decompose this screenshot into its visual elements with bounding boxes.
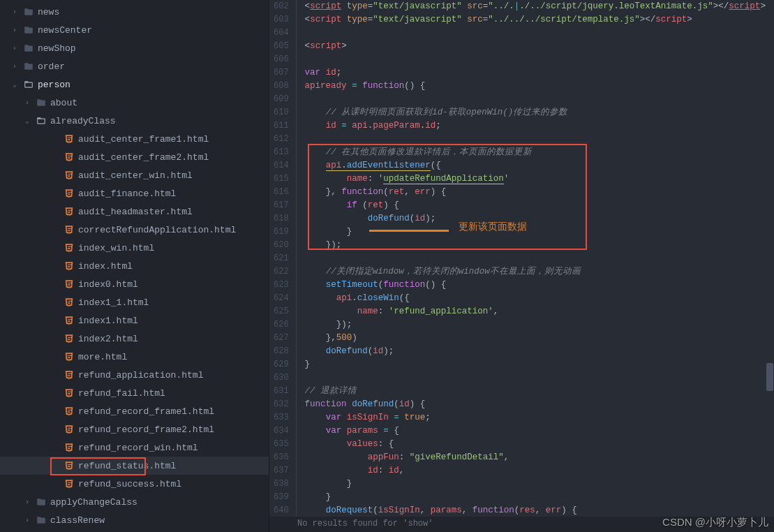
line-number-gutter: 6026036046056066076086096106116126136146… [269,0,297,532]
file-audit_finance[interactable]: audit_finance.html [0,184,269,202]
folder-applyChangeCalss[interactable]: applyChangeCalss [0,493,269,511]
code-line[interactable]: }, function(ret, err) { [305,186,774,199]
code-line[interactable] [305,53,774,66]
code-line[interactable]: }); [305,318,774,332]
code-line[interactable]: id: id, [305,464,774,478]
file-index1[interactable]: index1.html [0,311,269,330]
file-refund_status[interactable]: refund_status.html [0,457,269,475]
chevron-icon [13,8,22,16]
tree-item-label: audit_center_win.html [78,170,193,181]
code-line[interactable]: api.addEventListener({ [305,159,774,172]
code-line[interactable] [305,371,774,385]
code-line[interactable]: <script type="text/javascript" src="../.… [305,0,774,13]
code-line[interactable]: } [305,358,774,371]
file-correctRefundApplication[interactable]: correctRefundApplication.html [0,221,269,239]
editor-scrollbar[interactable] [766,0,774,532]
file-refund_success[interactable]: refund_success.html [0,475,269,493]
code-line[interactable] [305,93,774,106]
file-audit_center_frame1[interactable]: audit_center_frame1.html [0,130,269,148]
code-line[interactable]: } [305,226,774,239]
line-number: 612 [274,133,289,146]
code-line[interactable]: name: 'updateRefundApplication' [305,172,774,186]
code-line[interactable] [305,27,774,40]
code-line[interactable]: } [305,491,774,504]
html-file-icon [63,352,75,362]
chevron-icon [13,63,22,71]
html-file-icon [63,207,75,216]
code-line[interactable]: api.closeWin({ [305,292,774,305]
file-index_win[interactable]: index_win.html [0,239,269,257]
code-line[interactable]: // 在其他页面修改退款详情后，本页面的数据更新 [305,146,774,159]
file-audit_center_win[interactable]: audit_center_win.html [0,166,269,184]
html-file-icon [63,134,75,144]
tree-item-label: audit_center_frame1.html [78,134,209,145]
file-audit_center_frame2[interactable]: audit_center_frame2.html [0,148,269,166]
line-number: 626 [274,318,289,332]
code-line[interactable]: var isSignIn = true; [305,411,774,424]
code-line[interactable]: name: 'refund_application', [305,305,774,318]
code-line[interactable]: // 退款详情 [305,385,774,398]
code-line[interactable]: apiready = function() { [305,80,774,93]
html-file-icon [63,443,75,452]
code-line[interactable]: function doRefund(id) { [305,398,774,411]
folder-news[interactable]: news [0,3,269,21]
code-line[interactable]: var params = { [305,424,774,438]
file-index0[interactable]: index0.html [0,275,269,293]
file-audit_headmaster[interactable]: audit_headmaster.html [0,202,269,221]
chevron-icon [25,117,35,125]
line-number: 605 [274,40,289,53]
code-editor[interactable]: 6026036046056066076086096106116126136146… [269,0,774,532]
folder-newShop[interactable]: newShop [0,39,269,57]
tree-item-label: news [38,7,59,17]
file-refund_fail[interactable]: refund_fail.html [0,384,269,402]
file-refund_record_frame2[interactable]: refund_record_frame2.html [0,420,269,438]
code-line[interactable]: doRefund(id); [305,345,774,358]
line-number: 637 [274,464,289,478]
folder-about[interactable]: about [0,94,269,112]
code-line[interactable]: values: { [305,438,774,451]
code-line[interactable]: var id; [305,66,774,80]
file-refund_application[interactable]: refund_application.html [0,366,269,384]
chevron-icon [25,99,35,107]
line-number: 613 [274,146,289,159]
line-number: 624 [274,292,289,305]
folder-icon [22,61,35,71]
code-line[interactable]: // 从课时明细页面获取到id-获取openWin()传过来的参数 [305,106,774,119]
code-line[interactable]: id = api.pageParam.id; [305,119,774,133]
code-line[interactable]: },500) [305,332,774,345]
code-line[interactable]: //关闭指定window，若待关闭的window不在最上面，则无动画 [305,265,774,279]
line-number: 611 [274,119,289,133]
line-number: 621 [274,252,289,265]
code-line[interactable]: }); [305,239,774,252]
file-more[interactable]: more.html [0,348,269,366]
code-line[interactable] [305,252,774,265]
code-line[interactable]: } [305,478,774,491]
file-index1_1[interactable]: index1_1.html [0,293,269,311]
folder-newsCenter[interactable]: newsCenter [0,21,269,39]
tree-item-label: applyChangeCalss [50,497,137,508]
tree-item-label: index.html [78,261,133,272]
html-file-icon [63,479,75,489]
folder-person[interactable]: person [0,75,269,94]
code-line[interactable] [305,133,774,146]
folder-order[interactable]: order [0,57,269,75]
folder-alreadyClass[interactable]: alreadyClass [0,112,269,130]
file-index2[interactable]: index2.html [0,330,269,348]
file-refund_record_frame1[interactable]: refund_record_frame1.html [0,402,269,420]
file-index[interactable]: index.html [0,257,269,275]
html-file-icon [63,152,75,162]
code-line[interactable]: if (ret) { [305,199,774,212]
html-file-icon [63,388,75,398]
annotation-text: 更新该页面数据 [459,221,527,233]
code-line[interactable]: <script type="text/javascript" src="../.… [305,13,774,27]
code-area[interactable]: 更新该页面数据 <script type="text/javascript" s… [297,0,774,532]
file-explorer-sidebar[interactable]: newsnewsCenternewShoporderpersonaboutalr… [0,0,269,532]
code-line[interactable]: setTimeout(function() { [305,279,774,292]
code-line[interactable]: <script> [305,40,774,53]
folder-classRenew[interactable]: classRenew [0,511,269,529]
code-line[interactable]: appFun: "giveRefundDetail", [305,451,774,464]
file-refund_record_win[interactable]: refund_record_win.html [0,438,269,457]
html-file-icon [63,225,75,235]
editor-scrollbar-thumb[interactable] [766,363,773,391]
code-line[interactable]: doRefund(id); [305,212,774,226]
